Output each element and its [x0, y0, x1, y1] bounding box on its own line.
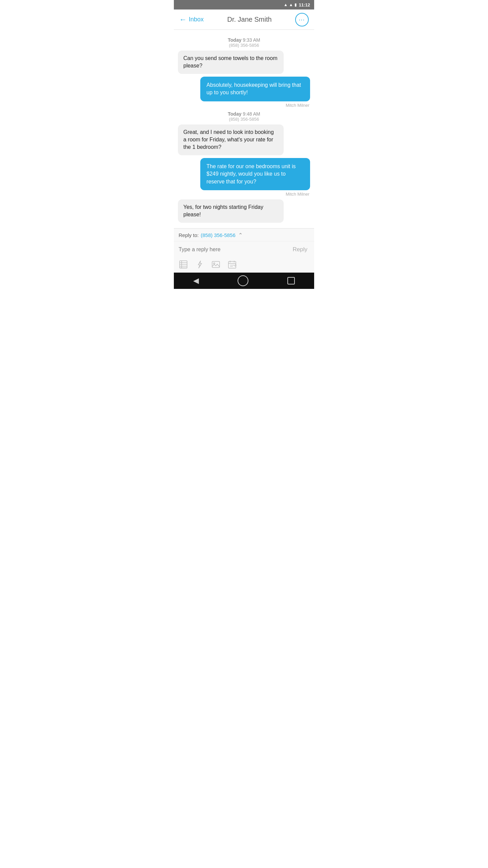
wifi-icon: ▲ [284, 2, 288, 7]
message-outgoing: Absolutely, housekeeping will bring that… [178, 77, 310, 108]
ellipsis-icon: ⋯ [299, 16, 305, 23]
status-bar: ▲ ▲ ▮ 11:12 [174, 0, 314, 9]
timestamp-row: Today 9:33 AM(858) 356-5856 [178, 37, 310, 48]
message-list: Today 9:33 AM(858) 356-5856Can you send … [174, 30, 314, 228]
back-nav-button[interactable]: ◀ [193, 276, 199, 285]
image-icon[interactable] [211, 260, 221, 269]
reply-to-phone: (858) 356-5856 [201, 232, 236, 238]
header: ← Inbox Dr. Jane Smith ⋯ [174, 9, 314, 30]
lightning-icon[interactable] [195, 260, 204, 269]
note-svg [227, 260, 237, 269]
back-arrow-icon: ← [179, 15, 187, 24]
inbox-back-label: Inbox [189, 16, 204, 23]
message-incoming: Can you send some towels to the room ple… [178, 51, 310, 74]
back-button[interactable]: ← Inbox [179, 15, 204, 24]
home-nav-button[interactable] [238, 275, 248, 286]
message-sender: Mitch Milner [286, 103, 310, 108]
status-bar-time: 11:12 [299, 2, 310, 7]
bottom-nav: ◀ [174, 273, 314, 289]
recent-nav-button[interactable] [287, 277, 295, 284]
reply-action-icons [174, 258, 314, 273]
svg-point-6 [214, 263, 215, 264]
bubble-incoming: Great, and I need to look into booking a… [178, 124, 284, 155]
timestamp-phone: (858) 356-5856 [178, 43, 310, 48]
lightning-svg [195, 260, 204, 269]
reply-area: Reply to: (858) 356-5856 ⌃ Reply [174, 228, 314, 273]
image-svg [211, 260, 221, 269]
message-incoming: Great, and I need to look into booking a… [178, 124, 310, 155]
bubble-outgoing: The rate for our one bedrooms unit is $2… [200, 158, 310, 190]
message-outgoing: The rate for our one bedrooms unit is $2… [178, 158, 310, 197]
svg-rect-5 [212, 261, 220, 268]
bubble-incoming: Can you send some towels to the room ple… [178, 51, 284, 74]
reply-to-label: Reply to: [179, 232, 199, 238]
note-icon[interactable] [227, 260, 237, 269]
reply-input[interactable] [179, 246, 288, 253]
chevron-up-icon[interactable]: ⌃ [238, 232, 243, 238]
reply-input-row: Reply [174, 241, 314, 258]
timestamp-phone: (858) 356-5856 [178, 117, 310, 122]
status-icons: ▲ ▲ ▮ [284, 2, 297, 7]
timestamp-row: Today 9:48 AM(858) 356-5856 [178, 111, 310, 122]
back-nav-icon: ◀ [193, 276, 199, 285]
signal-icon: ▲ [289, 2, 293, 7]
svg-rect-7 [228, 261, 236, 268]
message-sender: Mitch Milner [286, 192, 310, 197]
timestamp-main: Today 9:48 AM [178, 111, 310, 117]
conversation-title: Dr. Jane Smith [204, 16, 295, 23]
reply-to-bar: Reply to: (858) 356-5856 ⌃ [174, 229, 314, 241]
message-incoming: Yes, for two nights starting Friday plea… [178, 199, 310, 223]
bubble-outgoing: Absolutely, housekeeping will bring that… [200, 77, 310, 101]
more-options-button[interactable]: ⋯ [295, 13, 309, 26]
battery-icon: ▮ [294, 2, 297, 7]
template-icon[interactable] [179, 260, 188, 269]
template-svg [179, 260, 188, 269]
reply-button[interactable]: Reply [291, 245, 309, 254]
bubble-incoming: Yes, for two nights starting Friday plea… [178, 199, 284, 223]
timestamp-main: Today 9:33 AM [178, 37, 310, 43]
